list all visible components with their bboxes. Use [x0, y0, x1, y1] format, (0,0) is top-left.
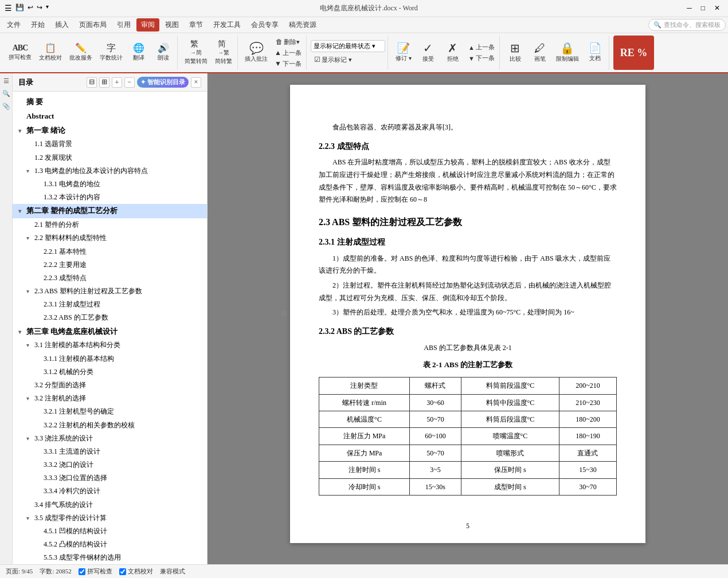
toc-item-3-3-4[interactable]: 3.3.4 冷料穴的设计 [13, 485, 207, 498]
toc-item-4-5-1[interactable]: 4.5.1 凹模的结构设计 [13, 525, 207, 538]
menu-chapter[interactable]: 章节 [185, 18, 208, 32]
remove-toc-btn[interactable]: − [124, 77, 135, 88]
menu-template[interactable]: 稿壳资源 [284, 18, 321, 32]
prev-comment-btn[interactable]: ▲ 上一条 [272, 48, 304, 58]
undo-icon[interactable]: ↩ [28, 3, 33, 13]
maximize-btn[interactable]: □ [698, 4, 709, 13]
toc-item-3-1-2[interactable]: 3.1.2 机械的分类 [13, 365, 207, 379]
toc-item-2-2-1[interactable]: 2.2.1 基本特性 [13, 245, 207, 258]
toc-collapse-2-3[interactable]: ▾ [26, 287, 33, 296]
nav-icon-2[interactable]: 🔍 [1, 88, 11, 99]
toc-item-2-3-2[interactable]: 2.3.2 ABS 的工艺参数 [13, 311, 207, 324]
toc-item-3-1-1[interactable]: 3.1.1 注射模的基本结构 [13, 352, 207, 365]
toc-item-1-1[interactable]: 1.1 选题背景 [13, 137, 207, 151]
save-icon[interactable]: 💾 [15, 3, 24, 13]
track-service-btn[interactable]: ✏️ 批改服务 [66, 42, 95, 63]
toc-item-3-3-2[interactable]: 3.3.2 浇口的设计 [13, 458, 207, 471]
toc-collapse-2-2[interactable]: ▾ [26, 234, 33, 243]
toc-item-5-5-3[interactable]: 5.5.3 成型零件钢材的选用 [13, 551, 207, 564]
doc-compare-btn[interactable]: 📋 文档校对 [36, 42, 65, 63]
translate-btn[interactable]: 🌐 翻译 [127, 42, 150, 63]
smart-toc-btn[interactable]: ✦ 智能识别目录 [137, 77, 189, 88]
toc-collapse-chapter1[interactable]: ▾ [18, 127, 25, 136]
toc-item-chapter1[interactable]: ▾ 第一章 绪论 [13, 124, 207, 138]
fan-jian-btn[interactable]: 简→繁 简转繁 [212, 39, 235, 66]
toc-item-chapter2[interactable]: ▾ 第二章 塑件的成型工艺分析 [13, 204, 207, 218]
doc-check-checkbox[interactable] [119, 568, 126, 575]
toc-item-3-1[interactable]: ▾ 3.1 注射模的基本结构和分类 [13, 339, 207, 352]
redo-icon[interactable]: ↪ [37, 3, 42, 13]
menu-reference[interactable]: 引用 [112, 18, 135, 32]
toc-collapse-3-3[interactable]: ▾ [26, 434, 33, 443]
menu-icon[interactable]: ☰ [5, 3, 12, 13]
add-toc-btn[interactable]: + [112, 77, 122, 88]
toc-item-2-3-1[interactable]: 2.3.1 注射成型过程 [13, 298, 207, 311]
toc-item-4-5-2[interactable]: 4.5.2 凸模的结构设计 [13, 538, 207, 551]
doc-area[interactable]: ⊕ 食品包装容器、农药喷雾器及家具等[3]。 2.2.3 成型特点 ABS 在升… [208, 73, 728, 564]
crosshair-indicator[interactable]: ⊕ [280, 310, 288, 318]
toc-collapse-3-2[interactable]: ▾ [26, 394, 33, 403]
menu-page-layout[interactable]: 页面布局 [75, 18, 111, 32]
compare-btn[interactable]: ⊞ 比较 [504, 41, 527, 64]
toc-collapse-3-5[interactable]: ▾ [26, 514, 33, 523]
menu-insert[interactable]: 插入 [50, 18, 73, 32]
toc-item-3-2[interactable]: ▾ 3.2 注射机的选择 [13, 392, 207, 405]
toc-item-1-2[interactable]: 1.2 发展现状 [13, 151, 207, 164]
toc-item-abstract-en[interactable]: Abstract [13, 109, 207, 124]
accept-btn[interactable]: ✓ 接受 [417, 41, 440, 64]
delete-comment-btn[interactable]: 🗑 删除▾ [272, 37, 304, 47]
restrict-edit-btn[interactable]: 🔒 限制编辑 [553, 41, 582, 64]
toc-item-3-2-flat[interactable]: 3.2 分型面的选择 [13, 379, 207, 392]
doc-check-status[interactable]: 文档校对 [119, 567, 153, 576]
toc-item-3-2-2[interactable]: 3.2.2 注射机的相关参数的校核 [13, 419, 207, 432]
toc-item-chapter3[interactable]: ▾ 第三章 电烤盘底座机械设计 [13, 325, 207, 339]
close-sidebar-btn[interactable]: × [191, 77, 201, 88]
collapse-all-btn[interactable]: ⊟ [87, 77, 97, 88]
toc-item-3-5[interactable]: ▾ 3.5 成型零件的设计计算 [13, 512, 207, 525]
toc-item-2-2-3[interactable]: 2.2.3 成型特点 [13, 272, 207, 285]
read-aloud-btn[interactable]: 🔊 朗读 [152, 42, 175, 63]
toc-item-1-3-1[interactable]: 1.3.1 电烤盘的地位 [13, 178, 207, 191]
menu-view[interactable]: 视图 [161, 18, 183, 32]
toc-item-1-3-2[interactable]: 1.3.2 本设计的内容 [13, 191, 207, 204]
spell-check-checkbox[interactable] [79, 568, 85, 575]
menu-review[interactable]: 审阅 [136, 18, 159, 32]
toc-item-3-3[interactable]: ▾ 3.3 浇注系统的设计 [13, 432, 207, 445]
prev-track-btn[interactable]: ▲ 上一条 [466, 42, 497, 52]
toc-item-3-3-3[interactable]: 3.3.3 浇口位置的选择 [13, 471, 207, 485]
customize-icon[interactable]: ▾ [46, 3, 49, 13]
toc-item-3-2-1[interactable]: 3.2.1 注射机型号的确定 [13, 405, 207, 418]
ink-btn[interactable]: 🖊 画笔 [529, 41, 551, 64]
toc-item-3-4[interactable]: 3.4 排气系统的设计 [13, 498, 207, 512]
jian-fan-btn[interactable]: 繁→简 简繁转简 [182, 39, 210, 66]
close-btn[interactable]: ✕ [711, 4, 723, 13]
toc-item-3-3-1[interactable]: 3.3.1 主流道的设计 [13, 445, 207, 458]
menu-file[interactable]: 文件 [2, 18, 25, 32]
toc-collapse-1-3[interactable]: ▾ [26, 167, 33, 176]
toc-item-1-3[interactable]: ▾ 1.3 电烤盘的地位及本设计的内容特点 [13, 164, 207, 178]
re-percent-badge[interactable]: RE % [613, 36, 655, 70]
next-comment-btn[interactable]: ▼ 下一条 [272, 59, 304, 69]
toc-item-2-3[interactable]: ▾ 2.3 ABS 塑料的注射过程及工艺参数 [13, 285, 207, 298]
menu-dev-tools[interactable]: 开发工具 [209, 18, 245, 32]
word-count-btn[interactable]: 字 字数统计 [97, 42, 126, 63]
toc-item-2-2-2[interactable]: 2.2.2 主要用途 [13, 258, 207, 272]
spell-check-status[interactable]: 拼写检查 [79, 567, 112, 576]
toc-collapse-chapter3[interactable]: ▾ [18, 328, 25, 337]
track-changes-btn[interactable]: 📝 修订 ▾ [392, 42, 415, 64]
toc-item-2-2[interactable]: ▾ 2.2 塑料材料的成型特性 [13, 231, 207, 245]
insert-comment-btn[interactable]: 💬 插入批注 [242, 41, 271, 64]
menu-start[interactable]: 开始 [26, 18, 49, 32]
expand-all-btn[interactable]: ⊞ [99, 77, 109, 88]
search-placeholder[interactable]: 查找命令、搜索模板 [664, 21, 721, 29]
spell-check-btn[interactable]: ABC 拼写检查 [6, 43, 34, 62]
toc-item-2-1[interactable]: 2.1 塑件的分析 [13, 218, 207, 231]
toc-collapse-chapter2[interactable]: ▾ [18, 207, 25, 216]
minimize-btn[interactable]: ─ [683, 4, 695, 13]
nav-icon-1[interactable]: ☰ [1, 76, 11, 86]
menu-member[interactable]: 会员专享 [246, 18, 283, 32]
toc-collapse-3-1[interactable]: ▾ [26, 341, 33, 350]
toc-item-abstract-cn[interactable]: 摘 要 [13, 95, 207, 109]
show-markup-btn[interactable]: ☑ 显示标记 ▾ [311, 54, 355, 65]
reject-btn[interactable]: ✗ 拒绝 [441, 41, 464, 64]
